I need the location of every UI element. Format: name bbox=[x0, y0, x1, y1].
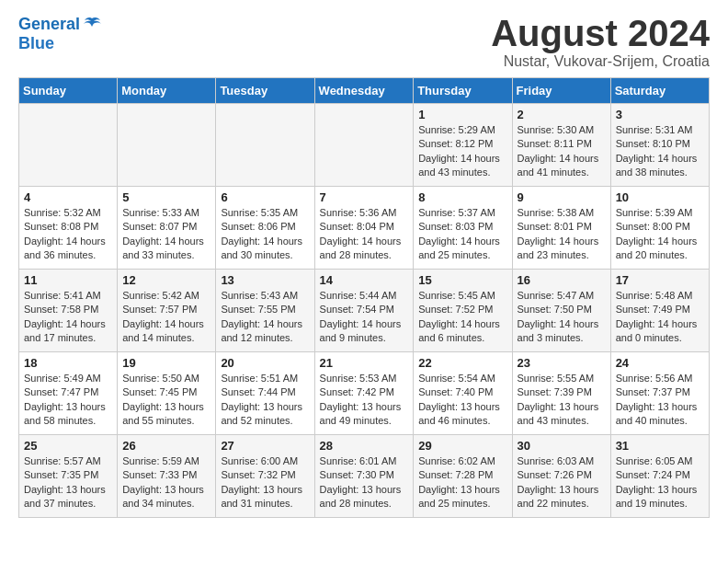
day-info: Sunrise: 6:01 AM Sunset: 7:30 PM Dayligh… bbox=[320, 454, 409, 511]
day-info: Sunrise: 5:32 AM Sunset: 8:08 PM Dayligh… bbox=[24, 206, 112, 263]
calendar-cell: 7Sunrise: 5:36 AM Sunset: 8:04 PM Daylig… bbox=[314, 187, 414, 270]
calendar-header-row: Sunday Monday Tuesday Wednesday Thursday… bbox=[19, 78, 710, 104]
day-info: Sunrise: 5:45 AM Sunset: 7:52 PM Dayligh… bbox=[418, 289, 506, 346]
title-section: August 2024 Nustar, Vukovar-Srijem, Croa… bbox=[491, 15, 710, 70]
day-info: Sunrise: 5:42 AM Sunset: 7:57 PM Dayligh… bbox=[122, 289, 210, 346]
calendar-cell: 11Sunrise: 5:41 AM Sunset: 7:58 PM Dayli… bbox=[19, 270, 118, 352]
day-info: Sunrise: 5:59 AM Sunset: 7:33 PM Dayligh… bbox=[122, 454, 210, 511]
day-info: Sunrise: 5:33 AM Sunset: 8:07 PM Dayligh… bbox=[122, 206, 210, 263]
day-number: 29 bbox=[418, 439, 506, 453]
day-number: 6 bbox=[221, 190, 309, 204]
day-number: 5 bbox=[122, 190, 210, 204]
day-number: 16 bbox=[518, 273, 606, 287]
day-info: Sunrise: 5:37 AM Sunset: 8:03 PM Dayligh… bbox=[418, 206, 506, 263]
day-number: 22 bbox=[418, 356, 506, 370]
day-number: 10 bbox=[616, 190, 704, 204]
day-info: Sunrise: 5:38 AM Sunset: 8:01 PM Dayligh… bbox=[518, 206, 606, 263]
day-info: Sunrise: 5:55 AM Sunset: 7:39 PM Dayligh… bbox=[518, 372, 606, 429]
day-info: Sunrise: 5:31 AM Sunset: 8:10 PM Dayligh… bbox=[616, 123, 704, 180]
calendar-cell: 18Sunrise: 5:49 AM Sunset: 7:47 PM Dayli… bbox=[19, 352, 118, 435]
day-number: 19 bbox=[122, 356, 210, 370]
logo-blue: Blue bbox=[18, 35, 102, 53]
day-info: Sunrise: 5:30 AM Sunset: 8:11 PM Dayligh… bbox=[518, 123, 606, 180]
month-title: August 2024 bbox=[491, 15, 710, 52]
calendar-cell bbox=[314, 104, 414, 187]
col-saturday: Saturday bbox=[610, 78, 709, 104]
logo: General Blue bbox=[18, 15, 102, 53]
day-info: Sunrise: 6:05 AM Sunset: 7:24 PM Dayligh… bbox=[616, 454, 704, 511]
day-info: Sunrise: 5:56 AM Sunset: 7:37 PM Dayligh… bbox=[616, 372, 704, 429]
day-number: 31 bbox=[616, 439, 704, 453]
calendar-cell bbox=[19, 104, 118, 187]
day-number: 12 bbox=[122, 273, 210, 287]
col-friday: Friday bbox=[512, 78, 610, 104]
day-info: Sunrise: 6:02 AM Sunset: 7:28 PM Dayligh… bbox=[418, 454, 506, 511]
calendar-cell: 22Sunrise: 5:54 AM Sunset: 7:40 PM Dayli… bbox=[414, 352, 512, 435]
day-info: Sunrise: 6:03 AM Sunset: 7:26 PM Dayligh… bbox=[518, 454, 606, 511]
day-info: Sunrise: 5:50 AM Sunset: 7:45 PM Dayligh… bbox=[122, 372, 210, 429]
day-info: Sunrise: 5:51 AM Sunset: 7:44 PM Dayligh… bbox=[221, 372, 309, 429]
day-number: 24 bbox=[616, 356, 704, 370]
calendar-week-2: 4Sunrise: 5:32 AM Sunset: 8:08 PM Daylig… bbox=[19, 187, 710, 270]
day-number: 26 bbox=[122, 439, 210, 453]
day-number: 17 bbox=[616, 273, 704, 287]
col-tuesday: Tuesday bbox=[216, 78, 314, 104]
calendar-cell: 20Sunrise: 5:51 AM Sunset: 7:44 PM Dayli… bbox=[216, 352, 314, 435]
day-info: Sunrise: 5:39 AM Sunset: 8:00 PM Dayligh… bbox=[616, 206, 704, 263]
calendar-cell: 15Sunrise: 5:45 AM Sunset: 7:52 PM Dayli… bbox=[414, 270, 512, 352]
day-number: 13 bbox=[221, 273, 309, 287]
calendar-cell: 4Sunrise: 5:32 AM Sunset: 8:08 PM Daylig… bbox=[19, 187, 118, 270]
day-number: 15 bbox=[418, 273, 506, 287]
calendar-cell: 17Sunrise: 5:48 AM Sunset: 7:49 PM Dayli… bbox=[610, 270, 709, 352]
day-info: Sunrise: 5:57 AM Sunset: 7:35 PM Dayligh… bbox=[24, 454, 112, 511]
day-info: Sunrise: 5:36 AM Sunset: 8:04 PM Dayligh… bbox=[320, 206, 409, 263]
calendar-cell: 6Sunrise: 5:35 AM Sunset: 8:06 PM Daylig… bbox=[216, 187, 314, 270]
calendar-cell: 24Sunrise: 5:56 AM Sunset: 7:37 PM Dayli… bbox=[610, 352, 709, 435]
day-info: Sunrise: 5:53 AM Sunset: 7:42 PM Dayligh… bbox=[320, 372, 409, 429]
header: General Blue August 2024 Nustar, Vukovar… bbox=[18, 15, 710, 70]
day-number: 30 bbox=[518, 439, 606, 453]
calendar-cell: 12Sunrise: 5:42 AM Sunset: 7:57 PM Dayli… bbox=[118, 270, 216, 352]
calendar-cell: 29Sunrise: 6:02 AM Sunset: 7:28 PM Dayli… bbox=[414, 435, 512, 518]
day-number: 14 bbox=[320, 273, 409, 287]
day-info: Sunrise: 5:54 AM Sunset: 7:40 PM Dayligh… bbox=[418, 372, 506, 429]
day-info: Sunrise: 5:48 AM Sunset: 7:49 PM Dayligh… bbox=[616, 289, 704, 346]
day-number: 28 bbox=[320, 439, 409, 453]
calendar-cell bbox=[118, 104, 216, 187]
calendar-cell: 28Sunrise: 6:01 AM Sunset: 7:30 PM Dayli… bbox=[314, 435, 414, 518]
col-monday: Monday bbox=[118, 78, 216, 104]
logo-text: General bbox=[18, 16, 80, 34]
day-info: Sunrise: 5:43 AM Sunset: 7:55 PM Dayligh… bbox=[221, 289, 309, 346]
calendar-table: Sunday Monday Tuesday Wednesday Thursday… bbox=[18, 77, 710, 518]
calendar-cell: 9Sunrise: 5:38 AM Sunset: 8:01 PM Daylig… bbox=[512, 187, 610, 270]
calendar-cell bbox=[216, 104, 314, 187]
calendar-week-3: 11Sunrise: 5:41 AM Sunset: 7:58 PM Dayli… bbox=[19, 270, 710, 352]
day-info: Sunrise: 5:49 AM Sunset: 7:47 PM Dayligh… bbox=[24, 372, 112, 429]
day-number: 20 bbox=[221, 356, 309, 370]
logo-general: General bbox=[18, 15, 80, 33]
day-info: Sunrise: 5:47 AM Sunset: 7:50 PM Dayligh… bbox=[518, 289, 606, 346]
day-info: Sunrise: 5:29 AM Sunset: 8:12 PM Dayligh… bbox=[418, 123, 506, 180]
calendar-cell: 13Sunrise: 5:43 AM Sunset: 7:55 PM Dayli… bbox=[216, 270, 314, 352]
day-number: 23 bbox=[518, 356, 606, 370]
day-number: 3 bbox=[616, 108, 704, 121]
location: Nustar, Vukovar-Srijem, Croatia bbox=[491, 53, 710, 70]
calendar-week-4: 18Sunrise: 5:49 AM Sunset: 7:47 PM Dayli… bbox=[19, 352, 710, 435]
day-number: 9 bbox=[518, 190, 606, 204]
logo-bird-icon bbox=[82, 15, 102, 35]
calendar-cell: 27Sunrise: 6:00 AM Sunset: 7:32 PM Dayli… bbox=[216, 435, 314, 518]
col-wednesday: Wednesday bbox=[314, 78, 414, 104]
calendar-cell: 5Sunrise: 5:33 AM Sunset: 8:07 PM Daylig… bbox=[118, 187, 216, 270]
day-info: Sunrise: 5:41 AM Sunset: 7:58 PM Dayligh… bbox=[24, 289, 112, 346]
day-number: 11 bbox=[24, 273, 112, 287]
calendar-cell: 25Sunrise: 5:57 AM Sunset: 7:35 PM Dayli… bbox=[19, 435, 118, 518]
calendar-cell: 8Sunrise: 5:37 AM Sunset: 8:03 PM Daylig… bbox=[414, 187, 512, 270]
calendar-cell: 16Sunrise: 5:47 AM Sunset: 7:50 PM Dayli… bbox=[512, 270, 610, 352]
day-info: Sunrise: 6:00 AM Sunset: 7:32 PM Dayligh… bbox=[221, 454, 309, 511]
calendar-cell: 23Sunrise: 5:55 AM Sunset: 7:39 PM Dayli… bbox=[512, 352, 610, 435]
day-number: 4 bbox=[24, 190, 112, 204]
calendar-cell: 1Sunrise: 5:29 AM Sunset: 8:12 PM Daylig… bbox=[414, 104, 512, 187]
day-number: 18 bbox=[24, 356, 112, 370]
day-number: 25 bbox=[24, 439, 112, 453]
day-number: 1 bbox=[418, 108, 506, 121]
